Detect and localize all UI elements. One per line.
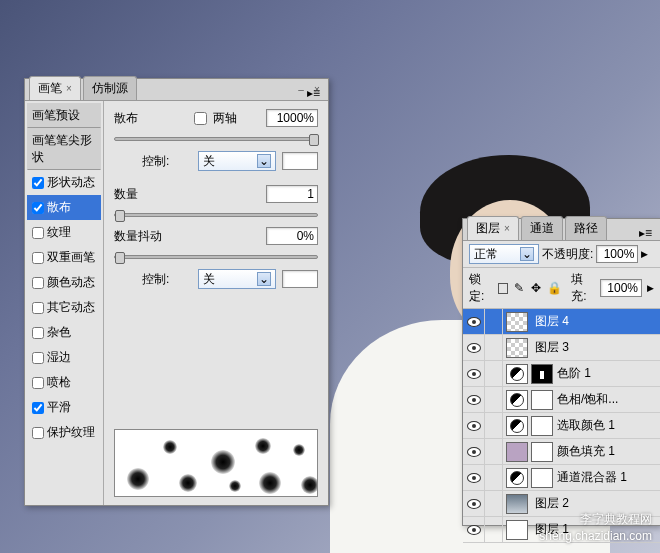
tab-channels[interactable]: 通道 — [521, 216, 563, 240]
sidebar-item-湿边[interactable]: 湿边 — [27, 345, 101, 370]
sidebar-item-散布[interactable]: 散布 — [27, 195, 101, 220]
sidebar-item-其它动态[interactable]: 其它动态 — [27, 295, 101, 320]
control2-swatch[interactable] — [282, 270, 318, 288]
layer-thumbnail[interactable] — [506, 312, 528, 332]
layer-row[interactable]: 图层 4 — [463, 309, 660, 335]
layer-name[interactable]: 图层 4 — [531, 313, 660, 330]
checkbox[interactable] — [32, 327, 44, 339]
visibility-toggle[interactable] — [463, 309, 485, 334]
visibility-toggle[interactable] — [463, 465, 485, 490]
layer-thumbnail[interactable] — [506, 494, 528, 514]
checkbox[interactable] — [32, 302, 44, 314]
chevron-right-icon[interactable]: ▶ — [641, 249, 648, 259]
mask-thumbnail[interactable] — [531, 364, 553, 384]
tab-paths[interactable]: 路径 — [565, 216, 607, 240]
lock-all-icon[interactable]: 🔒 — [547, 281, 561, 295]
count-jitter-input[interactable] — [266, 227, 318, 245]
layer-thumbnail[interactable] — [506, 416, 528, 436]
layer-name[interactable]: 色相/饱和... — [553, 391, 660, 408]
sidebar-brush-preset[interactable]: 画笔预设 — [27, 103, 101, 128]
panel-menu-icon[interactable]: ▸≡ — [635, 226, 656, 240]
lock-transparent-icon[interactable] — [498, 283, 508, 294]
checkbox[interactable] — [32, 177, 44, 189]
link-column[interactable] — [485, 413, 503, 438]
mask-thumbnail[interactable] — [531, 468, 553, 488]
layer-name[interactable]: 选取颜色 1 — [553, 417, 660, 434]
checkbox[interactable] — [32, 377, 44, 389]
count-jitter-slider[interactable] — [114, 255, 318, 259]
count-input[interactable] — [266, 185, 318, 203]
control1-select[interactable]: 关⌄ — [198, 151, 276, 171]
checkbox[interactable] — [32, 427, 44, 439]
control1-swatch[interactable] — [282, 152, 318, 170]
link-column[interactable] — [485, 517, 503, 542]
layer-thumbnail[interactable] — [506, 338, 528, 358]
both-axes-checkbox[interactable] — [194, 112, 207, 125]
visibility-toggle[interactable] — [463, 387, 485, 412]
mask-thumbnail[interactable] — [531, 416, 553, 436]
layer-name[interactable]: 颜色填充 1 — [553, 443, 660, 460]
blend-mode-select[interactable]: 正常⌄ — [469, 244, 539, 264]
scatter-slider[interactable] — [114, 137, 318, 141]
visibility-toggle[interactable] — [463, 361, 485, 386]
visibility-toggle[interactable] — [463, 439, 485, 464]
control2-select[interactable]: 关⌄ — [198, 269, 276, 289]
layer-thumbnail[interactable] — [506, 468, 528, 488]
layer-thumbnail[interactable] — [506, 442, 528, 462]
layer-row[interactable]: 色阶 1 — [463, 361, 660, 387]
tab-clone-source[interactable]: 仿制源 — [83, 76, 137, 100]
sidebar-item-双重画笔[interactable]: 双重画笔 — [27, 245, 101, 270]
chevron-right-icon[interactable]: ▶ — [647, 283, 654, 293]
layer-row[interactable]: 图层 3 — [463, 335, 660, 361]
sidebar-item-颜色动态[interactable]: 颜色动态 — [27, 270, 101, 295]
layer-name[interactable]: 通道混合器 1 — [553, 469, 660, 486]
opacity-input[interactable] — [596, 245, 638, 263]
checkbox[interactable] — [32, 277, 44, 289]
layer-row[interactable]: 颜色填充 1 — [463, 439, 660, 465]
sidebar-item-杂色[interactable]: 杂色 — [27, 320, 101, 345]
layer-thumbnail[interactable] — [506, 520, 528, 540]
checkbox[interactable] — [32, 202, 44, 214]
checkbox[interactable] — [32, 227, 44, 239]
visibility-toggle[interactable] — [463, 517, 485, 542]
layer-thumbnail[interactable] — [506, 390, 528, 410]
link-column[interactable] — [485, 439, 503, 464]
layer-row[interactable]: 选取颜色 1 — [463, 413, 660, 439]
close-icon[interactable]: × — [504, 223, 510, 234]
layer-thumbnail[interactable] — [506, 364, 528, 384]
lock-paint-icon[interactable]: ✎ — [513, 281, 525, 295]
link-column[interactable] — [485, 361, 503, 386]
link-column[interactable] — [485, 335, 503, 360]
checkbox[interactable] — [32, 352, 44, 364]
visibility-toggle[interactable] — [463, 335, 485, 360]
checkbox[interactable] — [32, 402, 44, 414]
link-column[interactable] — [485, 465, 503, 490]
visibility-toggle[interactable] — [463, 491, 485, 516]
minimize-icon[interactable]: – — [294, 82, 308, 96]
sidebar-item-喷枪[interactable]: 喷枪 — [27, 370, 101, 395]
sidebar-item-平滑[interactable]: 平滑 — [27, 395, 101, 420]
tab-brush[interactable]: 画笔× — [29, 76, 81, 100]
sidebar-item-形状动态[interactable]: 形状动态 — [27, 170, 101, 195]
tab-layers[interactable]: 图层× — [467, 216, 519, 240]
mask-thumbnail[interactable] — [531, 442, 553, 462]
link-column[interactable] — [485, 387, 503, 412]
lock-move-icon[interactable]: ✥ — [530, 281, 542, 295]
sidebar-item-纹理[interactable]: 纹理 — [27, 220, 101, 245]
layer-name[interactable]: 图层 2 — [531, 495, 660, 512]
layer-name[interactable]: 色阶 1 — [553, 365, 660, 382]
close-icon[interactable]: × — [66, 83, 72, 94]
count-slider[interactable] — [114, 213, 318, 217]
scatter-input[interactable] — [266, 109, 318, 127]
layer-name[interactable]: 图层 3 — [531, 339, 660, 356]
checkbox[interactable] — [32, 252, 44, 264]
layer-row[interactable]: 色相/饱和... — [463, 387, 660, 413]
mask-thumbnail[interactable] — [531, 390, 553, 410]
sidebar-tip-shape[interactable]: 画笔笔尖形状 — [27, 128, 101, 170]
visibility-toggle[interactable] — [463, 413, 485, 438]
link-column[interactable] — [485, 491, 503, 516]
fill-input[interactable] — [600, 279, 642, 297]
sidebar-item-保护纹理[interactable]: 保护纹理 — [27, 420, 101, 445]
layer-row[interactable]: 通道混合器 1 — [463, 465, 660, 491]
link-column[interactable] — [485, 309, 503, 334]
